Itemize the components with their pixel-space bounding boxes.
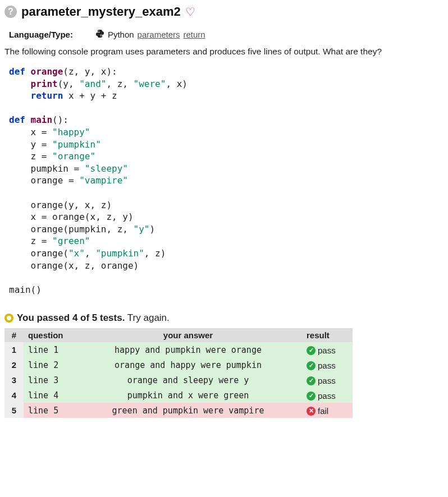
status-icon [4, 314, 13, 323]
row-question: line 2 [24, 357, 74, 372]
row-num: 3 [4, 372, 24, 388]
col-result: result [302, 328, 353, 342]
row-result: ✓pass [302, 357, 353, 372]
results-table: # question your answer result 1line 1hap… [4, 328, 353, 418]
row-result: ✓pass [302, 342, 353, 357]
table-row: 2line 2orange and happy were pumpkin✓pas… [4, 357, 353, 372]
question-icon: ? [4, 6, 17, 18]
row-answer: green and pumpkin were vampire [74, 403, 302, 418]
status-hint: Try again. [125, 312, 169, 323]
result-label: pass [318, 346, 336, 355]
result-label: pass [318, 361, 336, 370]
python-icon [95, 29, 104, 40]
row-result: ✕fail [302, 403, 353, 418]
row-question: line 3 [24, 372, 74, 388]
result-label: pass [318, 391, 336, 401]
row-num: 4 [4, 388, 24, 403]
row-question: line 4 [24, 388, 74, 403]
language-type-label: Language/Type: [9, 30, 73, 39]
row-question: line 1 [24, 342, 74, 357]
table-row: 5line 5green and pumpkin were vampire✕fa… [4, 403, 353, 418]
status-summary: You passed 4 of 5 tests. [17, 312, 125, 323]
row-num: 2 [4, 357, 24, 372]
col-num: # [4, 328, 24, 342]
row-question: line 5 [24, 403, 74, 418]
result-label: fail [318, 406, 328, 416]
check-icon: ✓ [307, 392, 316, 401]
problem-prompt: The following console program uses param… [4, 47, 444, 57]
table-row: 4line 4pumpkin and x were green✓pass [4, 388, 353, 403]
col-question: question [24, 328, 74, 342]
tag-return-link[interactable]: return [183, 30, 205, 39]
row-result: ✓pass [302, 372, 353, 388]
check-icon: ✓ [307, 361, 316, 370]
row-num: 5 [4, 403, 24, 418]
row-num: 1 [4, 342, 24, 357]
row-result: ✓pass [302, 388, 353, 403]
row-answer: orange and happy were pumpkin [74, 357, 302, 372]
language-type-row: Language/Type: Python parameters return [9, 29, 444, 40]
row-answer: happy and pumpkin were orange [74, 342, 302, 357]
language-type-value: Python parameters return [95, 29, 205, 40]
col-answer: your answer [74, 328, 302, 342]
results-header-row: # question your answer result [4, 328, 353, 342]
check-icon: ✓ [307, 376, 316, 385]
code-block: def orange(z, y, x): print(y, "and", z, … [9, 66, 444, 296]
tag-parameters-link[interactable]: parameters [138, 30, 180, 39]
status-row: You passed 4 of 5 tests. Try again. [4, 312, 444, 324]
table-row: 1line 1happy and pumpkin were orange✓pas… [4, 342, 353, 357]
result-label: pass [318, 376, 336, 385]
row-answer: orange and sleepy were y [74, 372, 302, 388]
language-name: Python [108, 30, 134, 39]
table-row: 3line 3orange and sleepy were y✓pass [4, 372, 353, 388]
row-answer: pumpkin and x were green [74, 388, 302, 403]
heart-icon[interactable]: ♡ [185, 5, 195, 19]
title-row: ? parameter_mystery_exam2 ♡ [4, 4, 444, 19]
check-icon: ✓ [307, 346, 316, 355]
x-icon: ✕ [307, 407, 316, 416]
page-title: parameter_mystery_exam2 [21, 4, 181, 19]
